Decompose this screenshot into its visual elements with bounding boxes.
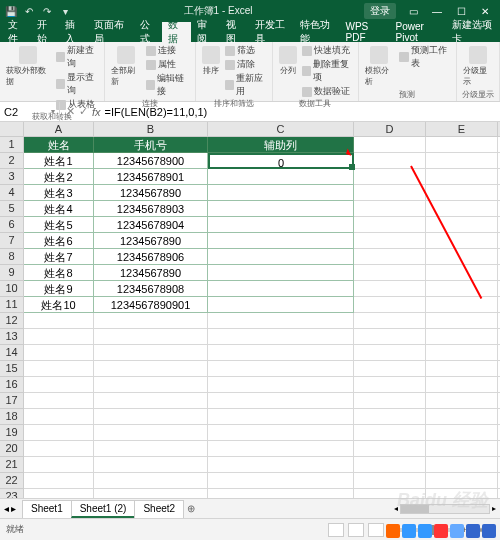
ribbon-tab[interactable]: 文件 — [2, 22, 31, 42]
tray-icon[interactable] — [466, 524, 480, 538]
cell[interactable] — [94, 329, 208, 345]
cell[interactable] — [354, 489, 426, 498]
cell[interactable]: 辅助列 — [208, 137, 354, 153]
cell[interactable] — [426, 409, 498, 425]
cell[interactable] — [208, 185, 354, 201]
cell[interactable] — [426, 361, 498, 377]
cell[interactable] — [354, 425, 426, 441]
cell[interactable] — [426, 377, 498, 393]
name-box-dropdown-icon[interactable]: ▾ — [51, 107, 55, 116]
cell[interactable]: 姓名8 — [24, 265, 94, 281]
row-header[interactable]: 5 — [0, 201, 24, 217]
cell[interactable] — [426, 153, 498, 169]
cell[interactable] — [354, 265, 426, 281]
cell[interactable]: 姓名6 — [24, 233, 94, 249]
row-header[interactable]: 14 — [0, 345, 24, 361]
horizontal-scrollbar[interactable] — [400, 504, 490, 514]
cell[interactable] — [208, 361, 354, 377]
ribbon-tab[interactable]: 新建选项卡 — [446, 22, 500, 42]
cell[interactable] — [24, 457, 94, 473]
cell[interactable] — [208, 409, 354, 425]
cell[interactable] — [354, 345, 426, 361]
row-header[interactable]: 9 — [0, 265, 24, 281]
cell[interactable] — [426, 137, 498, 153]
cell[interactable] — [208, 201, 354, 217]
row-header[interactable]: 3 — [0, 169, 24, 185]
cell[interactable]: 姓名7 — [24, 249, 94, 265]
cell[interactable] — [24, 377, 94, 393]
cancel-formula-icon[interactable]: ✕ — [66, 105, 75, 118]
ribbon-button[interactable]: 显示查询 — [56, 71, 101, 97]
cell[interactable] — [208, 313, 354, 329]
row-header[interactable]: 19 — [0, 425, 24, 441]
row-header[interactable]: 11 — [0, 297, 24, 313]
cell[interactable]: 12345678900 — [94, 153, 208, 169]
cell[interactable]: 12345678901 — [94, 169, 208, 185]
cell[interactable] — [426, 489, 498, 498]
cell[interactable] — [354, 249, 426, 265]
row-header[interactable]: 15 — [0, 361, 24, 377]
cell[interactable] — [426, 441, 498, 457]
cell[interactable] — [208, 393, 354, 409]
ribbon-tab[interactable]: 开始 — [31, 22, 60, 42]
cell[interactable] — [354, 201, 426, 217]
row-header[interactable]: 12 — [0, 313, 24, 329]
cell[interactable] — [354, 185, 426, 201]
cell[interactable] — [24, 313, 94, 329]
cell[interactable]: 1234567890901 — [94, 297, 208, 313]
tray-icon[interactable] — [434, 524, 448, 538]
sheet-tab[interactable]: Sheet2 — [134, 500, 184, 518]
cell[interactable] — [94, 409, 208, 425]
sheet-nav-next-icon[interactable]: ▸ — [11, 503, 16, 514]
ribbon-tab[interactable]: 公式 — [134, 22, 163, 42]
ribbon-button[interactable]: 重新应用 — [225, 72, 268, 98]
cell[interactable]: 姓名 — [24, 137, 94, 153]
cell[interactable] — [426, 233, 498, 249]
sheet-nav-buttons[interactable]: ◂ ▸ — [4, 503, 16, 514]
cell[interactable] — [24, 441, 94, 457]
ribbon-tab[interactable]: 审阅 — [191, 22, 220, 42]
cell[interactable] — [208, 473, 354, 489]
row-header[interactable]: 18 — [0, 409, 24, 425]
cell[interactable] — [426, 473, 498, 489]
cell[interactable] — [208, 425, 354, 441]
add-sheet-button[interactable]: ⊕ — [183, 503, 199, 514]
cell[interactable] — [24, 425, 94, 441]
ribbon-button[interactable]: 删除重复项 — [302, 58, 354, 84]
cell[interactable] — [208, 345, 354, 361]
cell[interactable] — [94, 457, 208, 473]
save-icon[interactable]: 💾 — [4, 4, 18, 18]
column-header[interactable]: E — [426, 122, 498, 137]
ribbon-button[interactable]: 全部刷新 — [109, 44, 143, 89]
cell[interactable]: 1234567890 — [94, 233, 208, 249]
cell[interactable] — [426, 329, 498, 345]
cell[interactable] — [208, 377, 354, 393]
cell[interactable]: 1234567890 — [94, 265, 208, 281]
ribbon-button[interactable]: 分级显示 — [461, 44, 495, 89]
cell[interactable]: 姓名3 — [24, 185, 94, 201]
ribbon-tab[interactable]: WPS PDF — [340, 22, 390, 42]
cell[interactable]: 姓名4 — [24, 201, 94, 217]
row-header[interactable]: 22 — [0, 473, 24, 489]
cell[interactable]: 手机号 — [94, 137, 208, 153]
cell[interactable] — [354, 313, 426, 329]
cell[interactable]: 姓名10 — [24, 297, 94, 313]
cell[interactable] — [94, 425, 208, 441]
undo-icon[interactable]: ↶ — [22, 4, 36, 18]
cell[interactable] — [24, 345, 94, 361]
ribbon-button[interactable]: 分列 — [277, 44, 299, 78]
cell[interactable] — [426, 345, 498, 361]
row-header[interactable]: 17 — [0, 393, 24, 409]
ribbon-button[interactable]: 连接 — [146, 44, 191, 57]
row-header[interactable]: 10 — [0, 281, 24, 297]
cell[interactable]: 0 — [208, 153, 354, 169]
cell[interactable] — [94, 345, 208, 361]
row-header[interactable]: 7 — [0, 233, 24, 249]
cell[interactable] — [354, 297, 426, 313]
hscroll-thumb[interactable] — [401, 505, 429, 513]
confirm-formula-icon[interactable]: ✓ — [79, 105, 88, 118]
cell[interactable] — [426, 217, 498, 233]
ribbon-button[interactable]: 预测工作表 — [399, 44, 452, 70]
cell[interactable] — [94, 489, 208, 498]
ribbon-button[interactable]: 模拟分析 — [363, 44, 397, 89]
